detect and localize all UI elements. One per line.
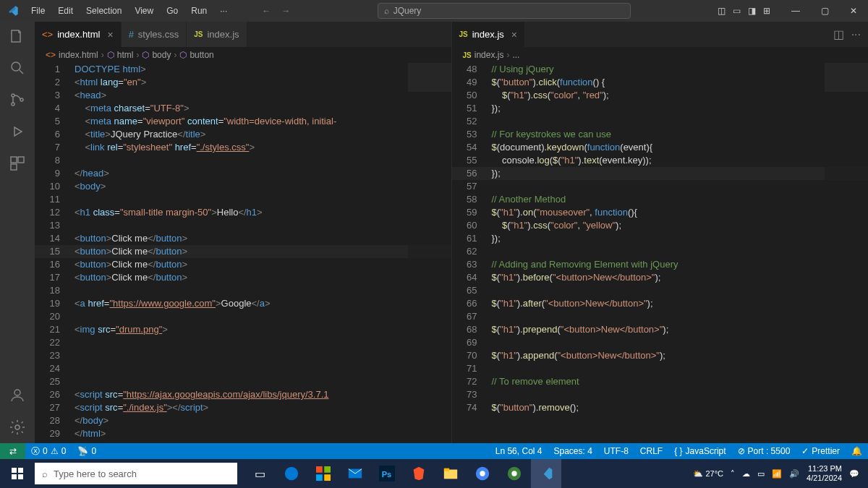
layout-4-icon[interactable]: ⊞ bbox=[763, 6, 770, 16]
menu-selection[interactable]: Selection bbox=[80, 3, 127, 19]
edge-icon[interactable] bbox=[276, 459, 307, 488]
forward-icon[interactable]: → bbox=[281, 6, 290, 16]
layout-2-icon[interactable]: ▭ bbox=[733, 6, 741, 16]
more-icon[interactable]: ··· bbox=[851, 28, 861, 41]
extensions-icon[interactable] bbox=[9, 155, 26, 172]
editors: <> index.html × # styles.css JS index.js… bbox=[35, 22, 868, 443]
encoding[interactable]: UTF-8 bbox=[598, 446, 634, 456]
svg-point-2 bbox=[12, 103, 14, 106]
vscode-icon[interactable] bbox=[531, 459, 561, 488]
tab-styles-css[interactable]: # styles.css bbox=[122, 22, 187, 47]
chevron-up-icon[interactable]: ˄ bbox=[731, 469, 735, 479]
wifi-icon[interactable]: 📶 bbox=[772, 469, 782, 479]
layout-3-icon[interactable]: ◨ bbox=[748, 6, 756, 16]
debug-icon[interactable] bbox=[9, 123, 26, 140]
svg-rect-14 bbox=[316, 466, 323, 473]
task-view-icon[interactable]: ▭ bbox=[244, 459, 275, 488]
cursor-pos[interactable]: Ln 56, Col 4 bbox=[490, 446, 548, 456]
account-icon[interactable] bbox=[9, 387, 26, 404]
menu-go[interactable]: Go bbox=[161, 3, 184, 19]
live-server[interactable]: ⊘ Port : 5500 bbox=[732, 446, 796, 456]
layout-controls: ◫ ▭ ◨ ⊞ bbox=[718, 6, 770, 16]
tab-index-html[interactable]: <> index.html × bbox=[35, 22, 122, 47]
layout-1-icon[interactable]: ◫ bbox=[718, 6, 726, 16]
minimize-icon[interactable]: — bbox=[781, 6, 810, 16]
chrome-icon[interactable] bbox=[467, 459, 498, 488]
svg-rect-10 bbox=[18, 468, 23, 473]
minimap[interactable] bbox=[408, 63, 451, 443]
menu-bar: File Edit Selection View Go Run ··· bbox=[25, 3, 233, 19]
tab-index-js-right[interactable]: JS index.js × bbox=[452, 22, 526, 47]
menu-file[interactable]: File bbox=[25, 3, 51, 19]
search-icon: ⌕ bbox=[384, 6, 389, 16]
tab-label: index.html bbox=[57, 29, 100, 40]
svg-text:Ps: Ps bbox=[382, 470, 391, 479]
brave-icon[interactable] bbox=[404, 459, 434, 488]
explorer-icon[interactable] bbox=[435, 459, 466, 488]
svg-rect-22 bbox=[444, 468, 449, 471]
breadcrumb-right[interactable]: JS index.js ›... bbox=[452, 47, 869, 63]
notifications-icon[interactable]: 💬 bbox=[849, 469, 859, 479]
menu-run[interactable]: Run bbox=[185, 3, 213, 19]
back-icon[interactable]: ← bbox=[262, 6, 271, 16]
explorer-icon[interactable] bbox=[9, 27, 26, 45]
language-mode[interactable]: { } JavaScript bbox=[668, 446, 731, 456]
taskbar-search[interactable]: ⌕ Type here to search bbox=[35, 463, 237, 484]
tab-close-icon[interactable]: × bbox=[107, 29, 113, 40]
volume-icon[interactable]: 🔊 bbox=[789, 469, 799, 479]
store-icon[interactable] bbox=[308, 459, 339, 488]
minimap[interactable] bbox=[825, 63, 868, 443]
tab-actions: ◫ ··· bbox=[833, 22, 868, 47]
menu-edit[interactable]: Edit bbox=[52, 3, 79, 19]
editor-right: JS index.js × ◫ ··· JS index.js ›... 484… bbox=[451, 22, 869, 443]
breadcrumb-left[interactable]: <> index.html ›⬡html ›⬡body ›⬡button bbox=[35, 47, 451, 63]
menu-view[interactable]: View bbox=[129, 3, 159, 19]
body-area: <> index.html × # styles.css JS index.js… bbox=[0, 22, 868, 443]
tab-bar-right: JS index.js × ◫ ··· bbox=[452, 22, 869, 47]
radio-icon[interactable]: 📡0 bbox=[72, 446, 102, 456]
code-right[interactable]: 4849505152535455565758596061626364656667… bbox=[452, 63, 869, 443]
svg-rect-16 bbox=[316, 474, 323, 481]
activity-bar bbox=[0, 22, 35, 443]
search-icon[interactable] bbox=[9, 59, 26, 77]
window-controls: — ▢ ✕ bbox=[781, 6, 868, 16]
onedrive-icon[interactable]: ☁ bbox=[742, 469, 750, 479]
vscode-logo-icon bbox=[0, 5, 25, 17]
tab-index-js-left[interactable]: JS index.js bbox=[187, 22, 247, 47]
chrome-dev-icon[interactable] bbox=[499, 459, 529, 488]
svg-point-1 bbox=[12, 94, 14, 97]
tab-label: index.js bbox=[207, 29, 239, 40]
clock[interactable]: 11:23 PM 4/21/2024 bbox=[807, 464, 842, 483]
maximize-icon[interactable]: ▢ bbox=[810, 6, 839, 16]
eol[interactable]: CRLF bbox=[634, 446, 668, 456]
tab-bar-left: <> index.html × # styles.css JS index.js bbox=[35, 22, 451, 47]
js-icon: JS bbox=[463, 51, 472, 59]
svg-rect-4 bbox=[11, 157, 17, 163]
settings-icon[interactable] bbox=[9, 419, 26, 436]
weather-icon[interactable]: ⛅ 27°C bbox=[693, 469, 723, 479]
remote-icon[interactable]: ⇄ bbox=[0, 443, 25, 459]
code-left[interactable]: 1234567891011121314151617181920212223242… bbox=[35, 63, 451, 443]
problems[interactable]: ⓧ0 ⚠0 bbox=[25, 445, 72, 458]
svg-rect-21 bbox=[444, 470, 457, 479]
menu-more[interactable]: ··· bbox=[214, 3, 233, 19]
js-icon: JS bbox=[459, 30, 468, 38]
close-icon[interactable]: ✕ bbox=[839, 6, 868, 16]
source-control-icon[interactable] bbox=[9, 91, 26, 108]
title-bar: File Edit Selection View Go Run ··· ← → … bbox=[0, 0, 868, 22]
svg-point-7 bbox=[14, 390, 20, 395]
start-button[interactable] bbox=[0, 459, 35, 488]
svg-point-13 bbox=[285, 467, 298, 480]
battery-icon[interactable]: ▭ bbox=[757, 469, 765, 479]
svg-rect-6 bbox=[11, 164, 17, 170]
svg-rect-5 bbox=[18, 157, 24, 163]
split-icon[interactable]: ◫ bbox=[833, 27, 844, 41]
prettier[interactable]: ✓ Prettier bbox=[796, 446, 846, 456]
tab-close-icon[interactable]: × bbox=[511, 29, 517, 40]
indent[interactable]: Spaces: 4 bbox=[548, 446, 597, 456]
command-search[interactable]: ⌕ JQuery bbox=[378, 3, 631, 19]
mail-icon[interactable] bbox=[340, 459, 370, 488]
bell-icon[interactable]: 🔔 bbox=[846, 446, 868, 456]
photoshop-icon[interactable]: Ps bbox=[372, 459, 402, 488]
svg-point-26 bbox=[511, 471, 516, 476]
